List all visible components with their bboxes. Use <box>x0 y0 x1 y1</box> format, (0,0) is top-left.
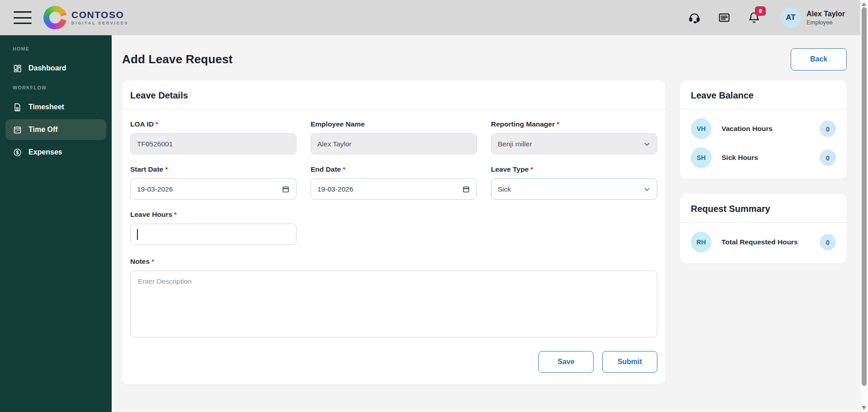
start-date-label: Start Date <box>130 165 163 173</box>
scrollbar-thumb[interactable] <box>862 7 867 386</box>
sidebar-item-label: Time Off <box>28 126 58 134</box>
total-requested-hours-icon: RH <box>691 232 712 253</box>
time-off-calendar-icon <box>13 125 22 135</box>
total-requested-hours-label: Total Requested Hours <box>722 238 810 246</box>
calendar-icon[interactable] <box>282 185 290 193</box>
end-date-field: End Date* 19-03-2026 <box>311 165 477 200</box>
leave-hours-field: Leave Hours* <box>130 211 297 245</box>
loa-id-field: LOA ID* TF0526001 <box>130 120 297 154</box>
total-requested-hours-value: 0 <box>820 234 836 250</box>
sidebar-item-time-off[interactable]: Time Off <box>5 119 106 140</box>
required-marker: * <box>165 165 168 173</box>
scroll-up-arrow[interactable] <box>862 2 866 6</box>
vacation-hours-row: VH Vacation Hours 0 <box>691 118 836 139</box>
contoso-logo-icon <box>43 6 67 29</box>
leave-balance-card: Leave Balance VH Vacation Hours 0 SH Sic… <box>680 80 847 179</box>
required-marker: * <box>530 165 533 173</box>
leave-type-field: Leave Type* Sick <box>491 165 657 200</box>
bell-icon[interactable]: 9 <box>748 11 760 24</box>
sidebar-item-label: Expenses <box>28 148 62 156</box>
loa-id-input: TF0526001 <box>130 133 297 154</box>
employee-name-input: Alex Taylor <box>311 133 477 154</box>
leave-type-label: Leave Type <box>491 165 528 173</box>
timesheet-document-icon <box>13 103 22 112</box>
end-date-label: End Date <box>311 165 341 173</box>
headset-icon[interactable] <box>688 11 701 24</box>
user-name: Alex Taylor <box>807 10 845 18</box>
user-role: Employee <box>807 19 845 26</box>
sidebar-item-expenses[interactable]: Expenses <box>5 142 106 163</box>
total-requested-hours-row: RH Total Requested Hours 0 <box>691 232 836 253</box>
reporting-manager-select[interactable]: Benji miller <box>491 133 657 154</box>
avatar[interactable]: AT <box>780 7 801 28</box>
start-date-input[interactable]: 19-03-2026 <box>130 178 297 200</box>
back-button[interactable]: Back <box>791 48 847 70</box>
required-marker: * <box>156 120 158 128</box>
brand-tagline: DIGITAL SERVICES <box>71 21 128 25</box>
expenses-dollar-icon <box>13 148 22 157</box>
sidebar-item-dashboard[interactable]: Dashboard <box>5 58 106 79</box>
save-button[interactable]: Save <box>538 351 594 373</box>
brand-name: CONTOSO <box>71 10 128 20</box>
employee-name-field: Employee Name Alex Taylor <box>311 120 477 154</box>
vacation-hours-label: Vacation Hours <box>722 125 810 133</box>
sidebar-section-workflow: WORKFLOW <box>0 80 112 95</box>
required-marker: * <box>151 258 154 265</box>
sidebar-item-timesheet[interactable]: Timesheet <box>5 97 106 117</box>
employee-name-label: Employee Name <box>311 120 365 128</box>
vacation-hours-value: 0 <box>820 121 836 137</box>
leave-hours-input[interactable] <box>130 224 297 245</box>
notes-field: Notes* <box>130 258 657 337</box>
sidebar-item-label: Dashboard <box>28 64 66 72</box>
page-title: Add Leave Request <box>122 52 233 66</box>
leave-type-select[interactable]: Sick <box>491 178 657 200</box>
sick-hours-value: 0 <box>820 150 836 166</box>
newsfeed-icon[interactable] <box>718 11 731 24</box>
notification-count-badge: 9 <box>755 6 766 16</box>
sidebar: HOME Dashboard WORKFLOW Timesheet Time O… <box>0 35 112 412</box>
chevron-down-icon <box>643 140 651 148</box>
sidebar-section-home: HOME <box>0 42 112 56</box>
top-header: CONTOSO DIGITAL SERVICES <box>0 0 860 35</box>
text-caret <box>137 229 138 240</box>
leave-details-title: Leave Details <box>122 80 665 109</box>
scroll-down-arrow[interactable] <box>862 406 866 410</box>
start-date-field: Start Date* 19-03-2026 <box>130 165 297 200</box>
chevron-down-icon <box>643 186 651 193</box>
leave-details-card: Leave Details LOA ID* TF0526001 Employee… <box>122 80 665 384</box>
reporting-manager-field: Reporting Manager* Benji miller <box>491 120 657 154</box>
required-marker: * <box>174 211 177 218</box>
sick-hours-icon: SH <box>691 147 712 168</box>
dashboard-grid-icon <box>13 64 22 73</box>
request-summary-card: Request Summary RH Total Requested Hours… <box>680 194 847 263</box>
request-summary-title: Request Summary <box>680 194 847 222</box>
notes-textarea[interactable] <box>130 271 657 337</box>
leave-balance-title: Leave Balance <box>680 80 847 109</box>
notes-label: Notes <box>130 258 150 265</box>
vacation-hours-icon: VH <box>691 118 712 139</box>
menu-icon[interactable] <box>14 11 32 24</box>
loa-id-label: LOA ID <box>130 120 154 128</box>
sidebar-item-label: Timesheet <box>28 103 64 111</box>
brand-logo: CONTOSO DIGITAL SERVICES <box>43 6 128 29</box>
required-marker: * <box>557 120 559 128</box>
reporting-manager-label: Reporting Manager <box>491 120 555 128</box>
main-content: Add Leave Request Back Leave Details LOA… <box>112 35 860 412</box>
end-date-input[interactable]: 19-03-2026 <box>311 178 477 200</box>
calendar-icon[interactable] <box>462 185 470 193</box>
required-marker: * <box>343 165 345 173</box>
sick-hours-row: SH Sick Hours 0 <box>691 147 836 168</box>
vertical-scrollbar[interactable] <box>860 0 868 412</box>
submit-button[interactable]: Submit <box>602 351 657 373</box>
user-menu[interactable]: AT Alex Taylor Employee <box>780 7 845 28</box>
sick-hours-label: Sick Hours <box>722 154 810 162</box>
leave-hours-label: Leave Hours <box>130 211 172 218</box>
